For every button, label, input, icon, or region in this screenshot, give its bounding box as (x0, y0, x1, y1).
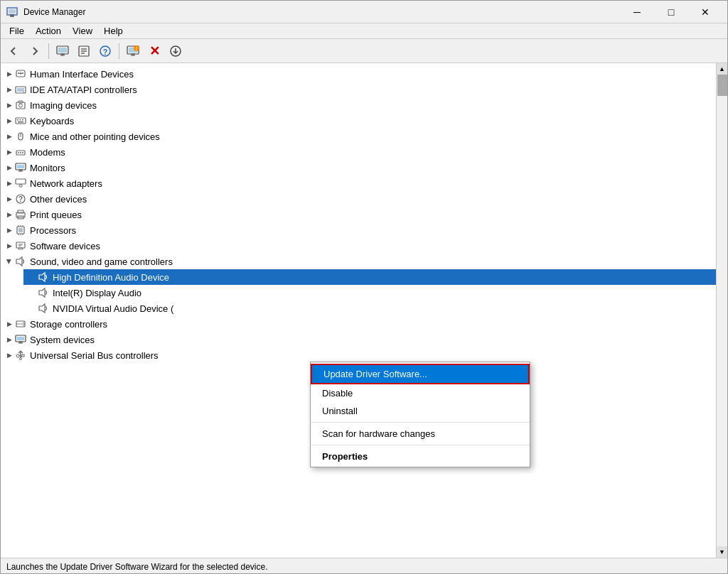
maximize-button[interactable]: □ (655, 1, 687, 23)
tree-item-other[interactable]: ▶ ? Other devices (1, 191, 716, 207)
svg-rect-36 (17, 119, 18, 121)
main-area: ▶ Human Interface Devices ▶ IDE ATA/ATAP… (1, 63, 727, 558)
svg-rect-86 (22, 354, 24, 357)
chevron-ide: ▶ (4, 84, 15, 95)
chevron-processors: ▶ (4, 224, 15, 236)
tree-item-print[interactable]: ▶ Print queues (1, 207, 716, 222)
svg-rect-51 (19, 185, 22, 187)
tree-item-mice[interactable]: ▶ Mice and other pointing devices (1, 129, 716, 144)
label-other: Other devices (30, 194, 87, 205)
menu-file[interactable]: File (4, 24, 30, 38)
svg-rect-1 (9, 9, 16, 13)
menu-action[interactable]: Action (30, 24, 67, 38)
tree-item-system[interactable]: ▶ System devices (1, 332, 716, 347)
label-print: Print queues (30, 210, 82, 220)
context-menu-separator-2 (311, 445, 530, 445)
forward-button[interactable] (25, 41, 45, 61)
menu-help[interactable]: Help (98, 24, 129, 38)
icon-keyboard (15, 115, 26, 126)
app-icon (6, 6, 18, 18)
status-bar: Launches the Update Driver Software Wiza… (1, 558, 727, 574)
window-title: Device Manager (23, 7, 621, 17)
label-ide: IDE ATA/ATAPI controllers (30, 85, 137, 95)
tree-item-hd-audio[interactable]: High Definition Audio Device (23, 269, 716, 285)
svg-marker-74 (39, 304, 45, 313)
context-menu-scan[interactable]: Scan for hardware changes (311, 425, 530, 443)
tree-item-ide[interactable]: ▶ IDE ATA/ATAPI controllers (1, 82, 716, 97)
svg-rect-35 (16, 118, 26, 124)
icon-print (15, 209, 26, 220)
back-button[interactable] (4, 41, 23, 61)
label-nvidia-audio: NVIDIA Virtual Audio Device ( (53, 303, 173, 314)
chevron-imaging: ▶ (4, 99, 15, 111)
scrollbar[interactable]: ▲ ▼ (716, 63, 727, 558)
label-software: Software devices (30, 241, 100, 251)
tree-item-sound[interactable]: ▶ Sound, video and game controllers (1, 254, 716, 269)
svg-text:!: ! (136, 46, 137, 51)
toolbar-sep-2 (119, 43, 119, 59)
chevron-intel-audio (26, 287, 38, 298)
context-menu: Update Driver Software... Disable Uninst… (310, 362, 530, 467)
tree-item-nvidia-audio[interactable]: NVIDIA Virtual Audio Device ( (23, 300, 716, 316)
icon-software (15, 240, 26, 251)
close-button[interactable]: ✕ (689, 1, 722, 23)
svg-rect-39 (18, 121, 23, 123)
tree-item-intel-audio[interactable]: Intel(R) Display Audio (23, 285, 716, 300)
svg-rect-6 (58, 48, 67, 53)
svg-text:?: ? (103, 48, 108, 56)
toolbar-sep-1 (48, 43, 49, 59)
tree-item-keyboard[interactable]: ▶ Keyboards (1, 113, 716, 129)
icon-storage (15, 318, 26, 330)
chevron-other: ▶ (4, 193, 15, 205)
label-system: System devices (30, 335, 95, 345)
icon-processors (15, 224, 26, 236)
context-menu-properties[interactable]: Properties (311, 448, 530, 465)
icon-imaging (15, 99, 26, 111)
svg-point-45 (22, 152, 23, 153)
context-menu-uninstall[interactable]: Uninstall (311, 402, 530, 420)
tree-item-monitors[interactable]: ▶ Monitors (1, 160, 716, 175)
svg-point-43 (18, 152, 19, 153)
svg-point-89 (20, 358, 22, 360)
tree-item-usb[interactable]: ▶ Universal Serial Bus controllers (1, 347, 716, 363)
label-imaging: Imaging devices (30, 100, 97, 111)
icon-nvidia-audio (38, 303, 49, 314)
svg-marker-73 (39, 288, 45, 297)
svg-rect-28 (19, 73, 23, 74)
scan-hw-button[interactable]: ! (123, 41, 143, 61)
show-device-manager-button[interactable] (53, 41, 73, 61)
label-modems: Modems (30, 147, 65, 158)
tree-item-processors[interactable]: ▶ Processors (1, 222, 716, 238)
label-mice: Mice and other pointing devices (30, 131, 160, 142)
uninstall-button[interactable]: ✕ (144, 41, 164, 61)
download-driver-button[interactable] (166, 41, 186, 61)
menu-view[interactable]: View (67, 24, 98, 38)
svg-marker-71 (16, 257, 22, 266)
device-tree[interactable]: ▶ Human Interface Devices ▶ IDE ATA/ATAP… (1, 63, 716, 558)
svg-rect-30 (17, 88, 24, 92)
tree-item-modems[interactable]: ▶ Modems (1, 144, 716, 160)
icon-usb (15, 350, 26, 361)
label-monitors: Monitors (30, 163, 65, 173)
label-sound: Sound, video and game controllers (30, 256, 173, 267)
scroll-up-button[interactable]: ▲ (717, 63, 728, 75)
context-menu-disable[interactable]: Disable (311, 384, 530, 402)
icon-modems (15, 146, 26, 158)
tree-item-hid[interactable]: ▶ Human Interface Devices (1, 66, 716, 82)
svg-point-33 (19, 104, 23, 107)
help-button[interactable]: ? (95, 41, 115, 61)
scroll-down-button[interactable]: ▼ (717, 546, 728, 558)
scroll-thumb[interactable] (717, 75, 727, 96)
minimize-button[interactable]: ─ (621, 1, 653, 23)
icon-sound (15, 256, 26, 267)
tree-item-network[interactable]: ▶ Network adapters (1, 175, 716, 191)
disable-label: Disable (322, 388, 353, 399)
label-processors: Processors (30, 225, 76, 236)
context-menu-update-driver[interactable]: Update Driver Software... (311, 364, 530, 384)
svg-rect-37 (20, 119, 21, 121)
chevron-modems: ▶ (4, 146, 15, 158)
tree-item-imaging[interactable]: ▶ Imaging devices (1, 97, 716, 113)
tree-item-storage[interactable]: ▶ Storage controllers (1, 316, 716, 332)
tree-item-software[interactable]: ▶ Software devices (1, 238, 716, 254)
properties-button[interactable] (74, 41, 94, 61)
